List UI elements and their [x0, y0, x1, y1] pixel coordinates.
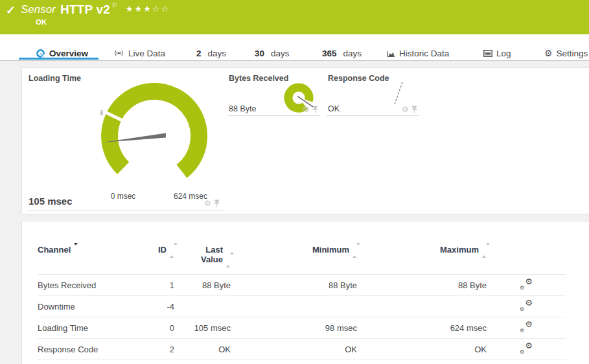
channel-id: 0 [151, 317, 174, 339]
channel-name[interactable]: Bytes Received [38, 275, 151, 296]
tab-365-days[interactable]: 365 days [322, 47, 362, 59]
pin-icon[interactable] [411, 106, 417, 113]
table-header-row: Channel ID Last Value Minimum Maximum [38, 245, 566, 275]
divider [227, 115, 320, 116]
mean-marker: x̄ [100, 109, 104, 117]
column-header-id[interactable]: ID [151, 245, 174, 275]
tab-log[interactable]: Log [483, 47, 511, 59]
live-data-icon [113, 49, 124, 57]
tab-settings[interactable]: ⚙ Settings [544, 47, 588, 59]
active-tab-underline [19, 58, 98, 60]
channels-panel: Channel ID Last Value Minimum Maximum [21, 221, 589, 364]
loading-time-gauge [76, 78, 213, 198]
column-header-maximum[interactable]: Maximum [357, 245, 487, 275]
channel-last-value: 88 Byte [174, 275, 231, 296]
gauge-title-response-code: Response Code [328, 74, 389, 83]
gear-icon[interactable]: ⚙ [303, 106, 310, 113]
channel-id: -4 [151, 296, 174, 317]
sort-desc-icon [74, 245, 78, 255]
tab-number: 2 [196, 49, 202, 58]
tab-label: days [343, 49, 362, 58]
table-row: Response Code 2 OK OK OK ⚙⚙ [38, 339, 566, 360]
tab-label: Settings [557, 49, 588, 58]
column-header-last-value[interactable]: Last Value [174, 245, 231, 275]
table-row: Downtime -4 ⚙⚙ [38, 296, 566, 317]
tab-label: days [271, 49, 290, 58]
sensor-name: HTTP v2 [60, 2, 110, 17]
table-row: Bytes Received 1 88 Byte 88 Byte 88 Byte… [38, 275, 566, 296]
tab-live-data[interactable]: Live Data [113, 47, 165, 59]
gauge-actions: ⚙ [204, 199, 220, 207]
tab-number: 365 [322, 49, 337, 58]
tab-2-days[interactable]: 2 days [196, 47, 226, 59]
channel-settings-icon[interactable]: ⚙⚙ [520, 342, 533, 354]
channel-last-value: 105 msec [174, 317, 231, 339]
gauge-actions: ⚙ [303, 106, 318, 113]
gauge-title-bytes-received: Bytes Received [229, 74, 288, 83]
pin-icon[interactable] [312, 106, 318, 113]
sort-icon [482, 245, 487, 255]
sensor-title-prefix: Sensor [21, 2, 56, 17]
channel-last-value: OK [174, 339, 231, 360]
tab-30-days[interactable]: 30 days [255, 47, 290, 59]
channel-minimum [231, 296, 357, 317]
divider [327, 115, 419, 116]
gauges-panel: Loading Time x̄ 0 msec 624 msec 105 msec… [21, 67, 589, 214]
sort-icon [226, 255, 231, 265]
channel-minimum: OK [231, 339, 357, 360]
sensor-header: ✓ Sensor HTTP v2 ⚐ ★★★☆☆ OK [0, 0, 589, 34]
gear-icon: ⚙ [544, 49, 553, 58]
channel-id: 2 [151, 339, 174, 360]
tab-historic-data[interactable]: Historic Data [386, 47, 449, 59]
channel-last-value [174, 296, 231, 317]
column-label: Maximum [440, 245, 479, 255]
gauge-actions: ⚙ [402, 106, 417, 113]
pin-icon[interactable] [214, 199, 220, 207]
bytes-received-value: 88 Byte [229, 104, 256, 113]
priority-stars[interactable]: ★★★☆☆ [126, 4, 170, 14]
tab-label: Overview [49, 49, 88, 58]
column-label: Minimum [312, 245, 349, 255]
channel-name[interactable]: Loading Time [38, 317, 151, 339]
status-check-icon: ✓ [6, 3, 16, 17]
tab-label: Log [496, 49, 511, 58]
column-label: Channel [38, 245, 71, 255]
response-code-value: OK [328, 104, 340, 113]
status-badge: OK [36, 18, 47, 26]
log-icon [483, 50, 492, 57]
gauge-title-loading-time: Loading Time [29, 74, 81, 83]
table-row: Loading Time 0 105 msec 98 msec 624 msec… [38, 317, 566, 339]
tab-label: Historic Data [399, 49, 449, 58]
channel-minimum: 98 msec [231, 317, 357, 339]
sensor-title: Sensor HTTP v2 ⚐ ★★★☆☆ [21, 2, 170, 17]
gear-icon[interactable]: ⚙ [204, 199, 211, 207]
tab-label: days [208, 49, 227, 58]
channel-maximum: 624 msec [357, 317, 487, 339]
histogram-icon [386, 49, 395, 58]
flag-icon[interactable]: ⚐ [111, 1, 118, 10]
tab-bar: Overview Live Data 2 days 30 days 365 da… [0, 34, 589, 61]
gauge-scale-min: 0 msec [105, 192, 141, 201]
column-header-minimum[interactable]: Minimum [231, 245, 357, 275]
column-header-settings [487, 245, 566, 275]
channel-maximum: 88 Byte [357, 275, 487, 296]
channel-settings-icon[interactable]: ⚙⚙ [520, 278, 533, 290]
sort-icon [352, 245, 357, 255]
channel-name[interactable]: Response Code [38, 339, 151, 360]
channel-maximum: OK [357, 339, 487, 360]
channels-table: Channel ID Last Value Minimum Maximum [38, 245, 566, 360]
tab-overview[interactable]: Overview [36, 47, 88, 59]
channel-settings-icon[interactable]: ⚙⚙ [520, 321, 533, 333]
tab-number: 30 [255, 49, 264, 58]
gear-icon[interactable]: ⚙ [402, 106, 409, 113]
channel-minimum: 88 Byte [231, 275, 357, 296]
channel-id: 1 [151, 275, 174, 296]
tab-label: Live Data [128, 49, 165, 58]
channel-settings-icon[interactable]: ⚙⚙ [520, 299, 533, 312]
column-header-channel[interactable]: Channel [38, 245, 151, 275]
gauge-icon [36, 49, 45, 58]
channel-name[interactable]: Downtime [38, 296, 151, 317]
sort-icon [170, 245, 174, 255]
divider [27, 210, 224, 210]
column-label: Last Value [189, 245, 223, 264]
